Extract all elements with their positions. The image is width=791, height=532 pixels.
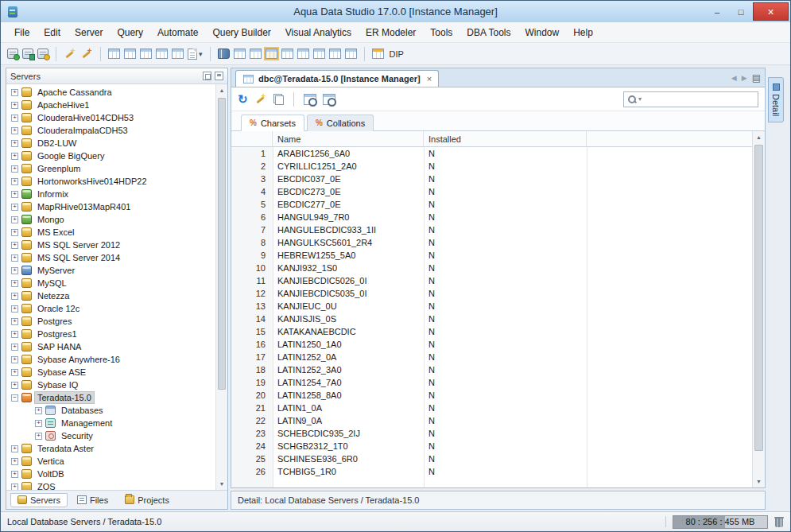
table-row[interactable]: 3EBCDIC037_0EN: [231, 173, 752, 185]
tree-item-oracle-12c[interactable]: +Oracle 12c: [6, 302, 227, 315]
table-row[interactable]: 16LATIN1250_1A0N: [231, 338, 752, 351]
table-row[interactable]: 7HANGULEBCDIC933_1IIN: [231, 223, 752, 236]
security-view-icon[interactable]: [266, 49, 277, 59]
tab-collations[interactable]: %Collations: [307, 115, 374, 131]
close-button[interactable]: ×: [753, 2, 789, 21]
menu-item-edit[interactable]: Edit: [37, 24, 68, 41]
copy-icon[interactable]: [273, 94, 284, 105]
view-details-icon[interactable]: [304, 94, 316, 105]
expand-expander-icon[interactable]: +: [11, 216, 18, 223]
logs-view-icon[interactable]: [329, 49, 341, 59]
expand-expander-icon[interactable]: +: [11, 153, 18, 160]
table-row[interactable]: 13KANJIEUC_0UN: [231, 300, 752, 313]
expand-expander-icon[interactable]: +: [11, 140, 18, 147]
tree-item-db2-luw[interactable]: +DB2-LUW: [6, 137, 227, 150]
table-row[interactable]: 18LATIN1252_3A0N: [231, 363, 752, 376]
tree-item-informix[interactable]: +Informix: [6, 188, 227, 200]
tree-item-myserver[interactable]: +MyServer: [6, 264, 227, 277]
table-row[interactable]: 6HANGUL949_7R0N: [231, 211, 752, 223]
panel-tab-files[interactable]: Files: [70, 493, 115, 507]
tab-scroll-right-icon[interactable]: ▶: [742, 74, 747, 82]
expand-expander-icon[interactable]: +: [11, 242, 18, 249]
expand-expander-icon[interactable]: +: [35, 433, 42, 440]
tree-item-management[interactable]: +Management: [6, 417, 227, 429]
connect-server-icon[interactable]: [22, 49, 33, 59]
installed-column-header[interactable]: Installed: [424, 131, 587, 146]
storage-view-icon[interactable]: [234, 49, 246, 59]
menu-item-dba-tools[interactable]: DBA Tools: [459, 24, 518, 41]
table-row[interactable]: 15KATAKANAEBCDICN: [231, 325, 752, 338]
undock-panel-icon[interactable]: [203, 72, 211, 80]
table-row[interactable]: 14KANJISJIS_0SN: [231, 313, 752, 325]
expand-expander-icon[interactable]: +: [11, 280, 18, 287]
tab-scroll-left-icon[interactable]: ◀: [731, 74, 737, 82]
dip-icon[interactable]: [372, 49, 384, 59]
menu-item-query-builder[interactable]: Query Builder: [205, 24, 277, 41]
table-row[interactable]: 9HEBREW1255_5A0N: [231, 249, 752, 262]
table-row[interactable]: 24SCHGB2312_1T0N: [231, 440, 752, 452]
scroll-up-icon[interactable]: ▲: [753, 131, 765, 143]
new-document-dropdown-caret[interactable]: ▾: [199, 50, 203, 58]
instance-manager-icon[interactable]: [218, 49, 230, 59]
menu-item-file[interactable]: File: [7, 24, 37, 41]
charsets-view-icon[interactable]: [281, 49, 293, 59]
tree-item-teradata-15-0[interactable]: −Teradata-15.0: [6, 391, 227, 404]
expand-expander-icon[interactable]: +: [11, 89, 18, 96]
tree-item-mongo[interactable]: +Mongo: [6, 213, 227, 226]
expand-expander-icon[interactable]: +: [11, 191, 18, 198]
expand-expander-icon[interactable]: +: [11, 127, 18, 134]
statistics-view-icon[interactable]: [313, 49, 325, 59]
expand-expander-icon[interactable]: +: [11, 471, 18, 478]
tree-item-postgres1[interactable]: +Postgres1: [6, 328, 227, 340]
scrollbar-thumb[interactable]: [754, 145, 763, 451]
tree-item-netezza[interactable]: +Netezza: [6, 289, 227, 302]
expand-expander-icon[interactable]: +: [11, 267, 18, 274]
table-data-icon[interactable]: [124, 49, 136, 59]
scroll-down-icon[interactable]: ▼: [216, 478, 227, 490]
menu-item-help[interactable]: Help: [566, 24, 600, 41]
scroll-down-icon[interactable]: ▼: [753, 476, 765, 487]
table-row[interactable]: 23SCHEBCDIC935_2IJN: [231, 427, 752, 440]
expand-expander-icon[interactable]: +: [11, 331, 18, 338]
expand-expander-icon[interactable]: +: [11, 293, 18, 300]
name-column-header[interactable]: Name: [273, 131, 424, 146]
table-row[interactable]: 17LATIN1252_0AN: [231, 351, 752, 363]
table-row[interactable]: 19LATIN1254_7A0N: [231, 376, 752, 389]
table-row[interactable]: 12KANJIEBCDIC5035_0IN: [231, 287, 752, 300]
tree-item-databases[interactable]: +Databases: [6, 404, 227, 417]
menu-item-automate[interactable]: Automate: [150, 24, 205, 41]
tree-item-google-bigquery[interactable]: +Google BigQuery: [6, 150, 227, 162]
query-analyzer-icon[interactable]: [64, 48, 76, 60]
tree-item-teradata-aster[interactable]: +Teradata Aster: [6, 442, 227, 455]
view-script-icon[interactable]: [323, 94, 335, 105]
expand-expander-icon[interactable]: +: [35, 420, 42, 427]
minimize-button[interactable]: –: [705, 3, 729, 20]
expand-expander-icon[interactable]: +: [11, 483, 18, 491]
sessions-view-icon[interactable]: [250, 49, 262, 59]
search-input[interactable]: [643, 95, 754, 104]
table-row[interactable]: 11KANJIEBCDIC5026_0IN: [231, 274, 752, 287]
tree-item-maprhive013mapr401[interactable]: +MapRHive013MapR401: [6, 200, 227, 213]
collapse-expander-icon[interactable]: −: [11, 394, 18, 402]
garbage-collect-icon[interactable]: [774, 516, 784, 527]
expand-expander-icon[interactable]: +: [11, 382, 18, 389]
extract-ddl-icon[interactable]: [254, 93, 267, 105]
new-document-icon[interactable]: [188, 49, 197, 60]
tree-item-sybase-ase[interactable]: +Sybase ASE: [6, 366, 227, 379]
tab-list-icon[interactable]: ▤: [752, 72, 761, 83]
tree-item-sybase-anywhere-16[interactable]: +Sybase Anywhere-16: [6, 353, 227, 366]
document-tab-instance-manager[interactable]: dbc@Teradata-15.0 [Instance Manager] ×: [235, 70, 439, 87]
expand-expander-icon[interactable]: +: [11, 115, 18, 122]
tab-charsets[interactable]: %Charsets: [241, 115, 304, 131]
query-builder-icon[interactable]: [80, 48, 93, 60]
tree-item-apache-cassandra[interactable]: +Apache Cassandra: [6, 86, 227, 99]
table-row[interactable]: 22LATIN9_0AN: [231, 414, 752, 427]
expand-expander-icon[interactable]: +: [11, 369, 18, 376]
table-vertical-scrollbar[interactable]: ▲ ▼: [752, 131, 765, 487]
expand-expander-icon[interactable]: +: [11, 102, 18, 109]
panel-tab-projects[interactable]: Projects: [118, 493, 176, 507]
table-row[interactable]: 10KANJI932_1S0N: [231, 262, 752, 274]
tree-vertical-scrollbar[interactable]: ▲▼: [215, 84, 227, 490]
tree-item-security[interactable]: +Security: [6, 429, 227, 442]
expand-expander-icon[interactable]: +: [11, 445, 18, 452]
